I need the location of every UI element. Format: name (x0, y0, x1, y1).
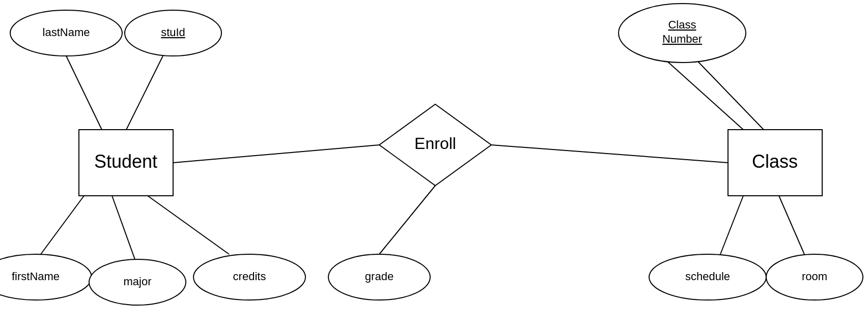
connector-class-schedule (720, 196, 743, 254)
attribute-major-label: major (123, 275, 151, 288)
attribute-stuid-label: stuId (161, 26, 185, 39)
attribute-classnumber-label-line2: Number (662, 33, 702, 45)
connector-lastname-student (66, 56, 102, 130)
connector-stuid-student (126, 56, 163, 130)
attribute-firstname-label: firstName (12, 270, 60, 283)
attribute-lastname-label: lastName (43, 26, 90, 39)
connector-enroll-class (491, 145, 728, 163)
connector-classnumber-class-right (697, 61, 764, 130)
attribute-grade-label: grade (365, 270, 394, 283)
connector-student-major (112, 196, 135, 259)
connector-student-credits (148, 196, 229, 254)
er-diagram: lastName stuId Student firstName major c… (0, 0, 868, 330)
connector-classnumber-class-left (667, 61, 743, 130)
relationship-enroll-label: Enroll (414, 134, 456, 153)
attribute-schedule-label: schedule (685, 270, 730, 283)
entity-class-label: Class (752, 151, 798, 172)
connector-class-room (779, 196, 804, 254)
attribute-classnumber-label-line1: Class (668, 18, 696, 31)
attribute-credits-label: credits (233, 270, 266, 283)
entity-student-label: Student (94, 151, 157, 172)
attribute-room-label: room (802, 270, 827, 283)
connector-enroll-grade (379, 186, 435, 254)
connector-student-firstname (41, 196, 84, 254)
connector-student-enroll (173, 145, 379, 163)
